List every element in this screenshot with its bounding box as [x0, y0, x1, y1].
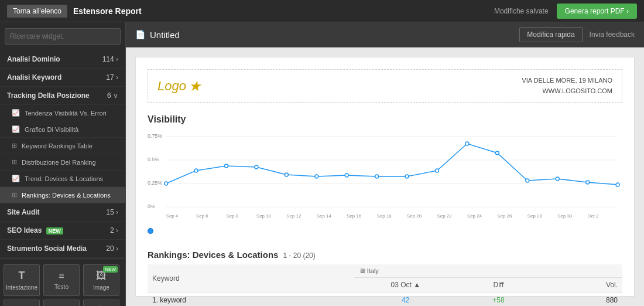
- chart-icon: 📈: [12, 175, 20, 182]
- monitor-icon: 🖥: [359, 267, 365, 274]
- widget-intestazione[interactable]: T Intestazione: [4, 264, 40, 296]
- sidebar-item-tracking-posizione[interactable]: Tracking Della Posizione 6 ∨: [0, 87, 125, 105]
- company-info: VIA DELLE MORE, 19 MILANO WWW.LOGOSITO.C…: [522, 76, 612, 96]
- col-diff: Diff: [457, 278, 540, 293]
- table-header-row: Rankings: Devices & Locations 1 - 20 (20…: [148, 250, 622, 260]
- generate-pdf-button[interactable]: Genera report PDF: [557, 4, 637, 19]
- sidebar-item-analisi-dominio[interactable]: Analisi Dominio 114 ›: [0, 50, 125, 69]
- table-icon: ⊞: [12, 158, 17, 166]
- row-keyword: 1. keyword: [148, 293, 354, 306]
- sidebar-item-analisi-keyword[interactable]: Analisi Keyword 17 ›: [0, 69, 125, 87]
- table-icon: ⊞: [12, 191, 17, 199]
- sidebar-label: Site Audit: [7, 208, 40, 216]
- sidebar-item-site-audit[interactable]: Site Audit 15 ›: [0, 203, 125, 222]
- svg-text:Sep 26: Sep 26: [497, 213, 512, 219]
- content-actions: Modifica rapida Invia feedback: [519, 27, 635, 42]
- col-italy: 🖥 Italy: [354, 264, 622, 278]
- legend-dot: [148, 228, 153, 234]
- sidebar-sub-label: Trend: Devices & Locations: [25, 175, 103, 182]
- svg-point-23: [165, 182, 168, 185]
- row-rank: 42: [354, 293, 457, 306]
- chart-icon: 📈: [12, 125, 20, 133]
- new-badge: NEW: [103, 266, 118, 273]
- company-address: VIA DELLE MORE, 19 MILANO: [522, 76, 612, 86]
- svg-point-31: [405, 175, 409, 178]
- sidebar-sub-item-distribuzione[interactable]: ⊞ Distribuzione Dei Ranking: [0, 154, 125, 171]
- topbar: Torna all'elenco Estensore Report Modifi…: [0, 0, 644, 22]
- sidebar-label: Analisi Dominio: [7, 55, 60, 63]
- lines-icon: ≡: [59, 271, 64, 281]
- svg-point-30: [375, 175, 379, 178]
- report-logo-row: Logo ★ VIA DELLE MORE, 19 MILANO WWW.LOG…: [148, 69, 622, 103]
- svg-text:Sep 10: Sep 10: [256, 213, 272, 219]
- svg-text:Sep 22: Sep 22: [437, 213, 453, 219]
- logo-text: Logo: [157, 79, 186, 94]
- svg-text:Oct 2: Oct 2: [588, 213, 599, 219]
- svg-text:Sep 12: Sep 12: [286, 213, 302, 219]
- content-title-row: 📄 Untitled: [135, 30, 180, 40]
- content-area: 📄 Untitled Modifica rapida Invia feedbac…: [126, 22, 644, 306]
- svg-text:Sep 20: Sep 20: [407, 213, 422, 219]
- search-input[interactable]: [5, 28, 121, 45]
- back-button[interactable]: Torna all'elenco: [7, 5, 67, 18]
- widget-label: Intestazione: [6, 284, 37, 291]
- rankings-table: Keyword 🖥 Italy 03 Oct ▲ Diff Vol.: [148, 264, 622, 306]
- sidebar-label: Tracking Della Posizione: [7, 91, 90, 100]
- col-vol: Vol.: [540, 278, 622, 293]
- svg-point-32: [436, 169, 439, 172]
- sidebar-sub-item-tendenza[interactable]: 📈 Tendenza Visibilità Vs. Errori: [0, 105, 125, 121]
- svg-text:Sep 16: Sep 16: [347, 213, 362, 219]
- table-subtitle: 1 - 20 (20): [283, 251, 315, 260]
- report-area: Logo ★ VIA DELLE MORE, 19 MILANO WWW.LOG…: [135, 57, 635, 297]
- widget-image[interactable]: NEW 🖼 Image: [83, 264, 119, 296]
- svg-point-37: [586, 181, 590, 184]
- saved-status: Modifiche salvate: [494, 7, 549, 15]
- sidebar-label: Strumento Social Media: [7, 244, 87, 253]
- sidebar-sub-item-trend-devices[interactable]: 📈 Trend: Devices & Locations: [0, 171, 125, 187]
- report-title: Untitled: [150, 30, 180, 40]
- svg-text:Sep 14: Sep 14: [317, 213, 332, 219]
- svg-text:Sep 6: Sep 6: [196, 213, 208, 219]
- new-badge: NEW: [46, 227, 63, 234]
- company-url: WWW.LOGOSITO.COM: [522, 86, 612, 97]
- widget-2-colonne[interactable]: ⊟ 2 Colonne: [4, 300, 40, 306]
- svg-point-28: [315, 175, 318, 178]
- content-header: 📄 Untitled Modifica rapida Invia feedbac…: [126, 22, 644, 47]
- chart-container: 0.75% 0.5% 0.25% 0% Sep 4 Sep 6 Sep 8: [148, 131, 622, 225]
- document-icon: 📄: [135, 30, 145, 39]
- table-title: Rankings: Devices & Locations: [148, 250, 278, 260]
- sidebar-count: 15 ›: [106, 208, 118, 216]
- sidebar-count: 20 ›: [106, 244, 118, 253]
- chart-section: Visibility 0.75% 0.5% 0.25% 0%: [148, 114, 622, 236]
- svg-point-34: [495, 151, 499, 155]
- svg-point-36: [556, 177, 559, 181]
- feedback-link[interactable]: Invia feedback: [590, 30, 635, 39]
- sidebar-count: 17 ›: [106, 73, 118, 81]
- svg-text:0.25%: 0.25%: [148, 180, 162, 186]
- svg-point-24: [194, 169, 198, 172]
- sidebar-count: 2 ›: [110, 226, 118, 234]
- chart-legend: [148, 226, 622, 236]
- sidebar-count: 114 ›: [102, 55, 118, 63]
- svg-text:Sep 28: Sep 28: [527, 213, 543, 219]
- widget-interruzione[interactable]: ✂ Interruzione Di Pagina: [83, 300, 119, 306]
- svg-point-27: [285, 173, 288, 176]
- sidebar-item-seo-ideas[interactable]: SEO Ideas NEW 2 ›: [0, 222, 125, 240]
- svg-text:Sep 18: Sep 18: [377, 213, 392, 219]
- sidebar-sub-item-keyword-rankings[interactable]: ⊞ Keyword Rankings Table: [0, 138, 125, 154]
- search-box: [5, 28, 121, 45]
- sidebar-item-social-media[interactable]: Strumento Social Media 20 ›: [0, 240, 125, 258]
- sidebar-label: Analisi Keyword: [7, 73, 61, 81]
- sidebar: Analisi Dominio 114 › Analisi Keyword 17…: [0, 22, 126, 306]
- sidebar-sub-menu: 📈 Tendenza Visibilità Vs. Errori 📈 Grafi…: [0, 105, 125, 203]
- sidebar-sub-item-grafico[interactable]: 📈 Grafico Di Visibilità: [0, 121, 125, 138]
- table-section: Rankings: Devices & Locations 1 - 20 (20…: [148, 250, 622, 306]
- col-keyword: Keyword: [148, 264, 354, 293]
- sidebar-sub-item-rankings-devices[interactable]: ⊞ Rankings: Devices & Locations: [0, 187, 125, 203]
- svg-point-29: [345, 174, 348, 177]
- sidebar-label: SEO Ideas NEW: [7, 226, 63, 234]
- widget-3-colonne[interactable]: ⊟ 3 Colonne: [43, 300, 80, 306]
- topbar-title: Estensore Report: [73, 6, 142, 16]
- modify-button[interactable]: Modifica rapida: [519, 27, 582, 42]
- widget-testo[interactable]: ≡ Testo: [43, 264, 80, 296]
